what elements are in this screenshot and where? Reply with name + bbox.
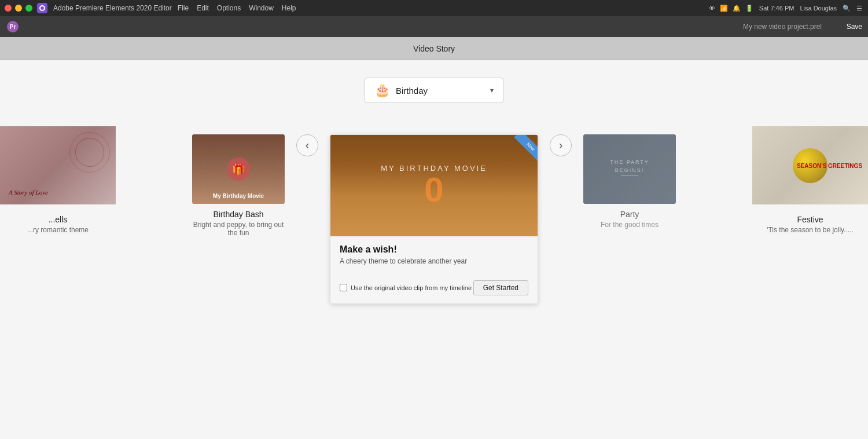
featured-title: Make a wish!	[340, 244, 528, 255]
checkbox-label: Use the original video clip from my time…	[351, 284, 472, 291]
chevron-down-icon: ▾	[490, 86, 494, 94]
control-center-icon[interactable]: ☰	[856, 5, 862, 12]
titlebar-right: 👁 📶 🔔 🔋 Sat 7:46 PM Lisa Douglas 🔍 ☰	[709, 0, 862, 16]
birthday-bash-subtitle: Bright and peppy, to bring out the fun	[192, 221, 285, 237]
menu-window[interactable]: Window	[249, 4, 274, 12]
romantic-thumb: A Story of Love	[0, 126, 116, 204]
titlebar-menu: File Edit Options Window Help	[178, 4, 296, 12]
bash-label: My Birthday Movie	[192, 193, 285, 199]
menu-options[interactable]: Options	[217, 4, 241, 12]
festive-subtitle: 'Tis the season to be jolly.....	[752, 226, 868, 234]
get-started-button[interactable]: Get Started	[473, 280, 528, 295]
logo-text: Pr	[10, 24, 16, 30]
festive-title: Festive	[752, 215, 868, 224]
prev-button[interactable]: ‹	[296, 134, 318, 156]
partial-card-festive: SEASON'S GREETINGS Festive 'Tis the seas…	[752, 126, 868, 239]
card-birthday-bash[interactable]: 🎁 My Birthday Movie Birthday Bash Bright…	[192, 134, 285, 237]
featured-zero: 0	[424, 173, 443, 207]
party-divider	[621, 175, 638, 176]
dropdown-container: 🎂 Birthday ▾	[365, 78, 503, 103]
featured-card-make-a-wish[interactable]: MY BIRTHDAY MOVIE 0 New Make a wish! A c…	[330, 134, 538, 304]
party-thumb: THE PARTY BEGINS!	[583, 134, 676, 204]
main-content: 🎂 Birthday ▾ A Story of Love ...ells ...…	[0, 60, 868, 439]
party-thumb-content: THE PARTY BEGINS!	[610, 159, 649, 178]
present-icon: 🎁	[232, 163, 245, 175]
party-thumb-sublabel: BEGINS!	[610, 167, 649, 173]
app-name: Adobe Premiere Elements 2020 Editor	[53, 4, 172, 12]
romantic-subtitle: ...ry romantic theme	[0, 226, 116, 234]
ribbon-corner: New	[497, 135, 538, 175]
party-title: Party	[620, 210, 639, 219]
romantic-text: A Story of Love	[9, 189, 48, 196]
birthday-cake-icon: 🎂	[374, 83, 390, 98]
birthday-bash-thumb: 🎁 My Birthday Movie	[192, 134, 285, 204]
featured-info: Make a wish! A cheery theme to celebrate…	[330, 236, 538, 275]
user-name: Lisa Douglas	[800, 5, 837, 12]
traffic-lights	[5, 5, 32, 12]
next-button[interactable]: ›	[550, 134, 572, 156]
partial-card-romantic: A Story of Love ...ells ...ry romantic t…	[0, 126, 116, 239]
project-name: My new video project.prel	[743, 23, 822, 31]
featured-thumb: MY BIRTHDAY MOVIE 0 New	[330, 135, 538, 236]
sound-icon: 🔔	[733, 5, 741, 12]
system-icons: 👁 📶 🔔 🔋	[709, 5, 753, 12]
festive-text: SEASON'S GREETINGS	[797, 162, 862, 169]
timeline-checkbox-area: Use the original video clip from my time…	[340, 284, 472, 291]
close-button[interactable]	[5, 5, 12, 12]
minimize-button[interactable]	[15, 5, 22, 12]
timeline-checkbox[interactable]	[340, 284, 347, 291]
system-time: Sat 7:46 PM	[759, 5, 795, 12]
birthday-bash-title: Birthday Bash	[213, 210, 263, 219]
menu-edit[interactable]: Edit	[197, 4, 209, 12]
page-header: Video Story	[0, 37, 868, 60]
app-icon	[37, 3, 47, 13]
app-toolbar: Pr My new video project.prel Save	[0, 16, 868, 37]
featured-actions: Use the original video clip from my time…	[330, 275, 538, 303]
featured-description: A cheery theme to celebrate another year	[340, 257, 528, 265]
party-thumb-label: THE PARTY	[610, 159, 649, 165]
bash-icon: 🎁	[227, 158, 250, 181]
category-dropdown[interactable]: 🎂 Birthday ▾	[365, 78, 503, 103]
menu-help[interactable]: Help	[282, 4, 296, 12]
romantic-title: ...ells	[0, 215, 116, 224]
ribbon-label: New	[514, 135, 538, 163]
festive-thumb: SEASON'S GREETINGS	[752, 126, 868, 204]
next-icon: ›	[559, 138, 563, 152]
festive-card-info: Festive 'Tis the season to be jolly.....	[752, 204, 868, 239]
app-logo: Pr	[7, 21, 19, 32]
maximize-button[interactable]	[25, 5, 32, 12]
carousel-track: 🎁 My Birthday Movie Birthday Bash Bright…	[76, 134, 792, 304]
romantic-card-info: ...ells ...ry romantic theme	[0, 204, 116, 239]
carousel-area: A Story of Love ...ells ...ry romantic t…	[0, 126, 868, 312]
save-button[interactable]: Save	[847, 23, 862, 31]
titlebar: Adobe Premiere Elements 2020 Editor File…	[0, 0, 868, 16]
menu-file[interactable]: File	[178, 4, 189, 12]
party-subtitle: For the good times	[601, 221, 659, 229]
screen-time-icon: 👁	[709, 5, 715, 12]
prev-icon: ‹	[306, 138, 310, 152]
dropdown-label: Birthday	[396, 86, 484, 96]
wifi-icon: 📶	[720, 5, 728, 12]
search-icon[interactable]: 🔍	[843, 5, 851, 12]
battery-icon: 🔋	[745, 5, 753, 12]
page-title: Video Story	[413, 44, 455, 53]
card-party[interactable]: THE PARTY BEGINS! Party For the good tim…	[583, 134, 676, 229]
